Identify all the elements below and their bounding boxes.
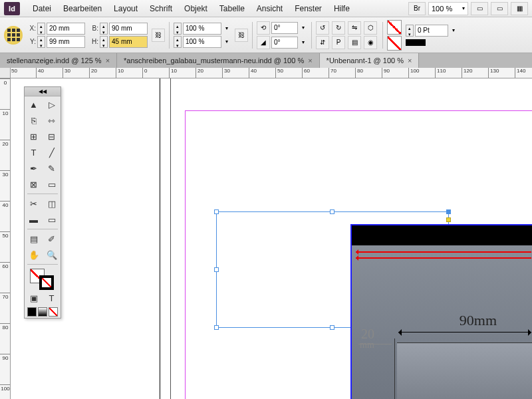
p-icon[interactable]: P — [332, 36, 345, 49]
scissors-tool[interactable]: ✂ — [25, 196, 43, 211]
stroke-weight[interactable]: 0 Pt — [415, 25, 448, 37]
zoom-tool[interactable]: 🔍 — [43, 247, 61, 263]
ruler-origin[interactable] — [0, 68, 11, 78]
panel-collapse[interactable]: ◀◀ — [25, 87, 61, 96]
scaley-dropdown[interactable]: ▾ — [223, 39, 231, 45]
menu-ansicht[interactable]: Ansicht — [251, 4, 289, 13]
fill-stroke-control[interactable] — [25, 266, 61, 290]
menu-datei[interactable]: Datei — [27, 4, 57, 13]
stroke-style[interactable] — [406, 39, 426, 46]
gap-tool[interactable]: ⇿ — [43, 112, 61, 128]
scalex-stepper[interactable] — [174, 23, 182, 35]
pt-dropdown[interactable]: ▾ — [450, 27, 458, 33]
menu-layout[interactable]: Layout — [108, 4, 144, 13]
shear-input[interactable]: 0° — [271, 37, 298, 49]
rectangle-frame-tool[interactable]: ⊠ — [25, 176, 43, 192]
apply-none[interactable] — [49, 307, 58, 317]
pathfinder-icon[interactable]: ⬡ — [364, 21, 377, 35]
constrain-scale-icon[interactable]: ⛓ — [235, 29, 248, 42]
w-input[interactable]: 90 mm — [109, 23, 148, 35]
pt-stepper[interactable] — [406, 25, 414, 37]
tab-2[interactable]: *Unbenannt-1 @ 100 %× — [320, 53, 420, 68]
formatting-text-icon[interactable]: T — [43, 290, 61, 306]
rotate-cw-icon[interactable]: ↻ — [332, 21, 345, 35]
pencil-tool[interactable]: ✎ — [43, 160, 61, 176]
handle-sw[interactable] — [214, 325, 219, 330]
gradient-swatch-tool[interactable]: ▬ — [25, 211, 43, 227]
tab-0[interactable]: stellenanzeige.indd @ 125 %× — [0, 53, 117, 68]
formatting-container-icon[interactable]: ▣ — [25, 290, 43, 306]
handle-n[interactable] — [330, 209, 334, 214]
rotate-ccw-icon[interactable]: ↺ — [316, 21, 329, 35]
align-icon[interactable]: ▤ — [348, 36, 361, 49]
close-icon[interactable]: × — [408, 57, 412, 65]
line-tool[interactable]: ╱ — [43, 144, 61, 160]
y-stepper[interactable] — [37, 36, 45, 48]
rotate-icon: ⟲ — [257, 21, 270, 35]
effects-icon[interactable]: ◉ — [364, 36, 377, 49]
shear-dropdown[interactable]: ▾ — [299, 39, 307, 45]
control-bar: X:20 mm Y:99 mm B:90 mm H:45 mm ⛓ 100 %▾… — [0, 17, 532, 53]
scalex-dropdown[interactable]: ▾ — [223, 25, 231, 31]
flip-h-icon[interactable]: ⇋ — [348, 21, 361, 35]
tab-1[interactable]: *anschreiben_galabau_mustermann-neu.indd… — [117, 53, 320, 68]
menu-fenster[interactable]: Fenster — [289, 4, 328, 13]
ruler-vertical[interactable]: 0102030405060708090100 — [0, 78, 11, 399]
page-tool[interactable]: ⎘ — [25, 112, 43, 128]
placed-image[interactable]: 90mm 20 mm — [350, 224, 532, 399]
rotate-dropdown[interactable]: ▾ — [299, 25, 307, 31]
pen-tool[interactable]: ✒ — [25, 160, 43, 176]
w-label: B: — [89, 25, 98, 32]
h-input[interactable]: 45 mm — [109, 36, 148, 48]
type-tool[interactable]: T — [25, 144, 43, 160]
tools-panel[interactable]: ◀◀ ▲ ▷ ⎘ ⇿ ⊞ ⊟ T ╱ ✒ ✎ ⊠ ▭ ✂ ◫ ▬ ▭ ▤ ✐ ✋… — [24, 86, 61, 319]
close-icon[interactable]: × — [106, 57, 110, 65]
flip-v-icon[interactable]: ⇵ — [316, 36, 329, 49]
handle-s[interactable] — [330, 325, 334, 330]
x-input[interactable]: 20 mm — [47, 23, 85, 35]
content-collector-tool[interactable]: ⊞ — [25, 128, 43, 144]
arrange-icon[interactable]: ▦ — [511, 2, 528, 15]
y-input[interactable]: 99 mm — [47, 36, 85, 48]
selection-tool[interactable]: ▲ — [25, 96, 43, 112]
eyedropper-tool[interactable]: ✐ — [43, 231, 61, 247]
handle-w[interactable] — [214, 267, 219, 272]
rectangle-tool[interactable]: ▭ — [43, 176, 61, 192]
w-stepper[interactable] — [100, 23, 108, 35]
direct-selection-tool[interactable]: ▷ — [43, 96, 61, 112]
scaley-input[interactable]: 100 % — [183, 36, 221, 48]
ruler-horizontal[interactable]: 5040302010010203040506070809010011012013… — [11, 68, 532, 78]
content-placer-tool[interactable]: ⊟ — [43, 128, 61, 144]
handle-ne[interactable] — [446, 209, 451, 214]
canvas[interactable]: 90mm 20 mm — [11, 78, 532, 399]
free-transform-tool[interactable]: ◫ — [43, 196, 61, 211]
menu-objekt[interactable]: Objekt — [178, 4, 213, 13]
note-tool[interactable]: ▤ — [25, 231, 43, 247]
x-stepper[interactable] — [37, 23, 45, 35]
scalex-input[interactable]: 100 % — [183, 23, 221, 35]
rotate-input[interactable]: 0° — [271, 22, 298, 34]
apply-gradient[interactable] — [38, 307, 47, 317]
corner-control[interactable] — [446, 217, 451, 222]
screen-mode-icon[interactable]: ▭ — [491, 2, 508, 15]
constrain-icon[interactable]: ⛓ — [152, 29, 165, 42]
dim-20-unit: mm — [360, 340, 374, 350]
fill-swatch[interactable] — [387, 20, 402, 35]
menu-tabelle[interactable]: Tabelle — [213, 4, 251, 13]
stroke-swatch[interactable] — [387, 36, 402, 51]
menu-hilfe[interactable]: Hilfe — [328, 4, 356, 13]
apply-color[interactable] — [27, 307, 37, 317]
zoom-level[interactable]: 100 % — [428, 2, 468, 15]
h-stepper[interactable] — [100, 36, 108, 48]
close-icon[interactable]: × — [308, 57, 312, 65]
scaley-stepper[interactable] — [174, 36, 182, 48]
menu-bearbeiten[interactable]: Bearbeiten — [57, 4, 108, 13]
handle-nw[interactable] — [214, 209, 219, 214]
reference-point[interactable] — [4, 26, 23, 45]
gradient-feather-tool[interactable]: ▭ — [43, 211, 61, 227]
menu-schrift[interactable]: Schrift — [144, 4, 178, 13]
app-logo: Id — [4, 2, 20, 15]
hand-tool[interactable]: ✋ — [25, 247, 43, 263]
view-options-icon[interactable]: ▭ — [471, 2, 488, 15]
bridge-button[interactable]: Br — [408, 2, 426, 15]
